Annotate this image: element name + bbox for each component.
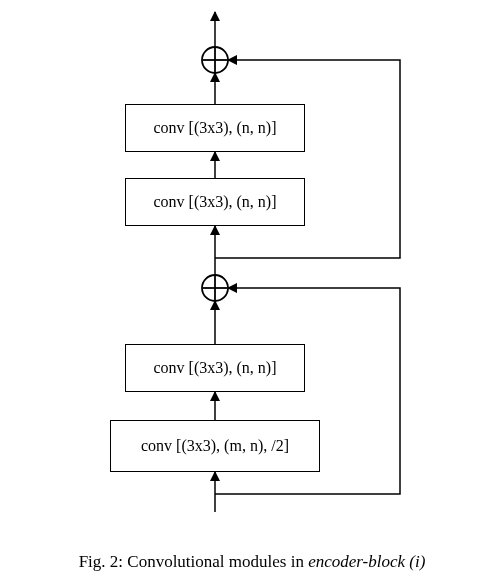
diagram-canvas: conv [(3x3), (m, n), /2] conv [(3x3), (n… [0, 0, 504, 581]
diagram-connections [0, 0, 504, 581]
add-node-1 [202, 275, 228, 301]
figure-number: Fig. 2: [79, 552, 123, 571]
figure-caption-emph: encoder-block (i) [308, 552, 425, 571]
figure-caption: Fig. 2: Convolutional modules in encoder… [0, 552, 504, 572]
add-node-2 [202, 47, 228, 73]
figure-caption-text: Convolutional modules in [123, 552, 308, 571]
